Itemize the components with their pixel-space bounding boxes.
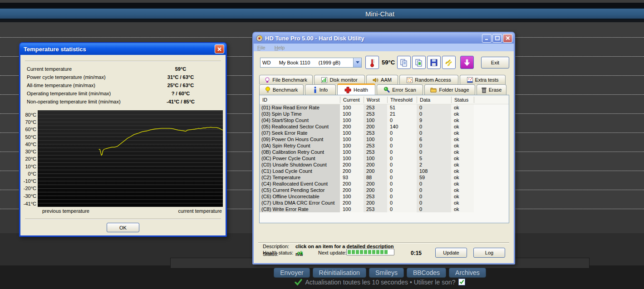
smart-attribute-row[interactable]: (0C) Power Cycle Count 100 100 0 5 ok [260, 155, 509, 162]
smart-attribute-row[interactable]: (C6) Offline Uncorrectable 100 253 0 0 o… [260, 193, 509, 200]
sound-checkbox[interactable] [458, 279, 465, 285]
smart-attribute-row[interactable]: (C4) Reallocated Event Count 200 200 0 0… [260, 181, 509, 187]
attribute-threshold: 0 [387, 206, 417, 212]
trash-icon [482, 87, 487, 93]
tab-label: Folder Usage [439, 87, 469, 93]
copy-screenshot-button[interactable] [412, 56, 426, 69]
next-update-progressbar [346, 249, 394, 255]
attribute-data: 5 [417, 155, 451, 162]
attribute-id: (C2) Temperature [260, 174, 340, 181]
progress-segment [352, 250, 355, 254]
column-header[interactable]: Data [417, 97, 451, 103]
minichat-title: Mini-Chat [365, 10, 394, 18]
tab-label: Benchmark [273, 87, 298, 93]
smart-attribute-row[interactable]: (07) Seek Error Rate 100 253 0 0 ok [260, 130, 509, 136]
attribute-status: ok [451, 136, 474, 142]
smart-attribute-row[interactable]: (C0) Unsafe Shutdown Count 200 200 0 2 o… [260, 162, 509, 168]
tab-benchmark[interactable]: Benchmark [259, 84, 304, 95]
stat-value: 31°C / 63°C [142, 74, 219, 80]
attribute-threshold: 0 [387, 117, 417, 123]
smart-attribute-row[interactable]: (0A) Spin Retry Count 100 253 0 0 ok [260, 142, 509, 149]
tab-health[interactable]: Health [337, 83, 375, 95]
attribute-status: ok [451, 181, 474, 187]
tab-random-access[interactable]: Random Access [399, 75, 458, 84]
attribute-data: 0 [417, 130, 451, 136]
window-titlebar[interactable]: HD Tune Pro 5.00 - Hard Disk Utility [253, 33, 514, 44]
attribute-status: ok [451, 111, 474, 117]
dropdown-arrow-button[interactable] [353, 58, 361, 67]
window-client-area: WD My Book 1110 (1999 gB) [254, 51, 514, 263]
tab-label: Erase [489, 87, 502, 93]
tab-info[interactable]: Info [305, 84, 336, 95]
attribute-threshold: 0 [387, 193, 417, 200]
tab-folder-usage[interactable]: Folder Usage [424, 84, 475, 95]
hdtune-window: HD Tune Pro 5.00 - Hard Disk Utility Fil… [252, 32, 515, 265]
download-button[interactable] [460, 56, 474, 69]
ok-button[interactable]: OK [107, 223, 139, 232]
attribute-threshold: 21 [387, 111, 417, 117]
smart-attribute-row[interactable]: (09) Power On Hours Count 100 100 0 6 ok [260, 136, 509, 142]
y-axis-labels: 80°C70°C60°C50°C40°C30°C20°C10°C0°C-10°C… [20, 110, 36, 207]
health-status-value: ok [297, 250, 303, 255]
smart-attribute-row[interactable]: (05) Reallocated Sector Count 200 200 14… [260, 123, 509, 130]
drive-select-dropdown[interactable]: WD My Book 1110 (1999 gB) [260, 58, 362, 68]
smart-attribute-row[interactable]: (01) Raw Read Error Rate 100 253 51 0 ok [260, 104, 509, 111]
tab-error-scan[interactable]: Error Scan [377, 84, 423, 95]
column-header[interactable]: Worst [364, 97, 387, 103]
exit-button[interactable]: Exit [481, 57, 509, 69]
attribute-current: 100 [340, 136, 364, 142]
dialog-titlebar[interactable]: Temperature statistics [20, 43, 226, 55]
options-button[interactable] [442, 56, 456, 69]
maximize-icon [495, 36, 500, 40]
temperature-button[interactable] [365, 56, 379, 69]
smart-attribute-row[interactable]: (03) Spin Up Time 100 253 21 0 ok [260, 111, 509, 117]
y-axis-tick: -10°C [24, 178, 36, 184]
smart-attribute-row[interactable]: (C8) Write Error Rate 100 253 0 0 ok [260, 206, 509, 212]
y-axis-tick: 10°C [25, 164, 36, 169]
smart-attribute-row[interactable]: (C7) Ultra DMA CRC Error Count 200 200 0… [260, 200, 509, 206]
archives-button[interactable]: Archives [449, 268, 486, 278]
menu-help[interactable]: Help [275, 45, 285, 50]
y-axis-tick: -30°C [24, 193, 36, 199]
close-button[interactable] [215, 44, 224, 54]
temperature-statistics-dialog: Temperature statistics Current temperatu… [19, 42, 227, 237]
smart-attribute-row[interactable]: (0B) Calibration Retry Count 100 253 0 0… [260, 149, 509, 155]
stat-row: Non-operating temperature limit (min/max… [27, 98, 219, 106]
copy-button[interactable] [397, 56, 411, 69]
attribute-id: (0C) Power Cycle Count [260, 155, 340, 162]
column-header[interactable]: Status [451, 97, 474, 103]
close-button[interactable] [503, 34, 512, 43]
attribute-id: (01) Raw Read Error Rate [260, 104, 340, 111]
minichat-header: Mini-Chat [0, 8, 644, 20]
reset-button[interactable]: Réinitialisation [313, 268, 366, 278]
tab-extra-tests[interactable]: Extra tests [460, 75, 506, 84]
smart-attribute-row[interactable]: (C5) Current Pending Sector 200 200 0 0 … [260, 187, 509, 193]
page: Mini-Chat Temperature statistics [0, 0, 644, 289]
save-button[interactable] [427, 56, 441, 69]
minimize-button[interactable] [482, 34, 492, 43]
health-cross-icon [344, 87, 351, 93]
tab-aam[interactable]: AAM [366, 75, 398, 84]
progress-segment [360, 250, 363, 254]
send-button[interactable]: Envoyer [274, 268, 310, 278]
attribute-status: ok [451, 130, 474, 136]
y-axis-tick: 80°C [25, 112, 36, 118]
smart-attribute-row[interactable]: (04) Start/Stop Count 100 100 0 9 ok [260, 117, 509, 123]
column-header[interactable]: Threshold [387, 97, 417, 103]
progress-segment [384, 250, 388, 254]
tab-disk-monitor[interactable]: Disk monitor [314, 75, 365, 84]
column-header[interactable]: ID [260, 97, 340, 103]
bbcodes-button[interactable]: BBCodes [407, 268, 446, 278]
tab-erase[interactable]: Erase [477, 84, 506, 95]
log-button[interactable]: Log [473, 248, 505, 258]
maximize-button[interactable] [492, 34, 502, 43]
random-access-icon [407, 77, 413, 83]
smileys-button[interactable]: Smileys [369, 268, 404, 278]
stat-row: Power cycle temperature (min/max) 31°C /… [27, 73, 219, 81]
smart-attribute-row[interactable]: (C2) Temperature 93 88 0 59 ok [260, 174, 509, 181]
column-header[interactable]: Current [340, 97, 364, 103]
update-button[interactable]: Update [435, 248, 467, 258]
menu-file[interactable]: File [257, 45, 265, 50]
smart-attribute-row[interactable]: (C1) Load Cycle Count 200 200 0 108 ok [260, 168, 509, 174]
tab-file-benchmark[interactable]: File Benchmark [259, 75, 313, 84]
